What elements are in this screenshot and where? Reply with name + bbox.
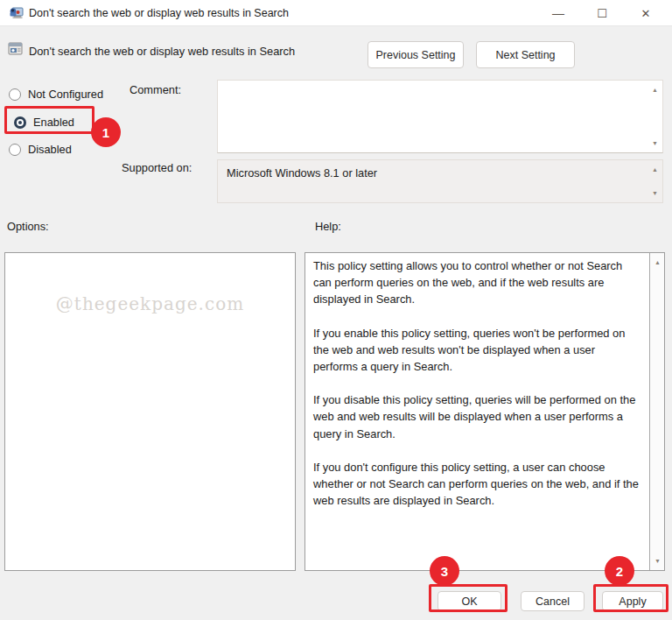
help-label: Help:: [315, 220, 341, 233]
scroll-up-icon[interactable]: ▲: [652, 166, 658, 173]
help-paragraph: If you disable this policy setting, quer…: [313, 391, 642, 442]
help-panel: This policy setting allows you to contro…: [304, 252, 665, 571]
options-panel: @thegeekpage.com: [4, 252, 296, 571]
close-button[interactable]: ✕: [628, 0, 663, 26]
minimize-button[interactable]: —: [541, 0, 576, 26]
supported-on-field: Microsoft Windows 8.1 or later ▲ ▼: [217, 159, 663, 203]
radio-circle-icon[interactable]: [9, 144, 21, 156]
ok-button[interactable]: OK: [438, 591, 501, 611]
cancel-button[interactable]: Cancel: [521, 591, 584, 611]
policy-setting-name: Don't search the web or display web resu…: [29, 45, 295, 58]
window-title: Don't search the web or display web resu…: [29, 7, 289, 19]
comment-label: Comment:: [130, 83, 181, 96]
next-setting-button[interactable]: Next Setting: [476, 41, 575, 68]
radio-label: Enabled: [33, 116, 74, 129]
scroll-down-icon[interactable]: ▼: [654, 558, 661, 564]
help-paragraph: If you don't configure this policy setti…: [313, 459, 642, 510]
step-badge-1: 1: [91, 117, 121, 147]
scroll-down-icon[interactable]: ▼: [652, 190, 658, 196]
scroll-down-icon[interactable]: ▼: [652, 140, 658, 146]
apply-button[interactable]: Apply: [602, 591, 663, 611]
title-bar: Don't search the web or display web resu…: [0, 0, 672, 26]
supported-on-label: Supported on:: [122, 161, 192, 174]
scroll-up-icon[interactable]: ▲: [654, 259, 661, 265]
watermark-text: @thegeekpage.com: [56, 293, 244, 570]
step-badge-2: 2: [605, 556, 634, 586]
help-paragraph: This policy setting allows you to contro…: [313, 257, 642, 308]
maximize-button[interactable]: ☐: [584, 0, 620, 26]
help-scrollbar[interactable]: ▲ ▼: [649, 253, 664, 570]
app-icon: [9, 6, 24, 21]
scroll-up-icon[interactable]: ▲: [652, 87, 658, 93]
radio-enabled[interactable]: Enabled: [14, 115, 74, 130]
radio-selected-icon[interactable]: [14, 116, 26, 129]
radio-label: Disabled: [28, 143, 72, 156]
options-label: Options:: [7, 220, 49, 233]
radio-circle-icon[interactable]: [9, 88, 21, 101]
radio-not-configured[interactable]: Not Configured: [9, 87, 103, 102]
previous-setting-button[interactable]: Previous Setting: [368, 41, 464, 68]
radio-label: Not Configured: [28, 88, 103, 101]
help-text: This policy setting allows you to contro…: [305, 253, 649, 570]
policy-icon: [8, 41, 23, 56]
supported-on-value: Microsoft Windows 8.1 or later: [227, 166, 377, 180]
step-badge-3: 3: [430, 556, 459, 586]
radio-disabled[interactable]: Disabled: [9, 142, 72, 157]
comment-input[interactable]: ▲ ▼: [217, 80, 663, 153]
help-paragraph: If you enable this policy setting, queri…: [313, 325, 642, 376]
